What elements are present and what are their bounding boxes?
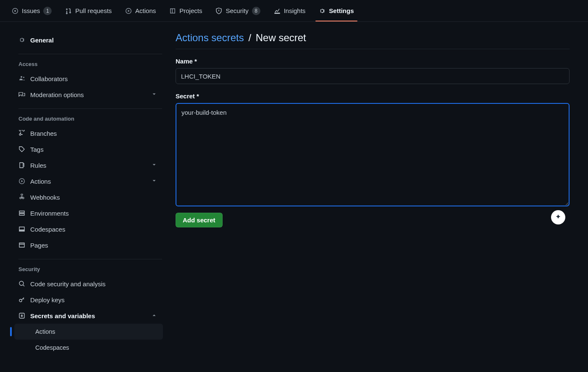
codescan-icon [18, 280, 25, 287]
repo-push-icon [18, 162, 25, 169]
tab-security[interactable]: Security 8 [210, 1, 265, 21]
tag-icon [18, 146, 25, 153]
sidebar-item-branches[interactable]: Branches [10, 125, 164, 141]
sidebar-subitem-actions[interactable]: Actions [14, 324, 163, 340]
tab-label: Settings [329, 7, 354, 14]
sidebar-item-code-security[interactable]: Code security and analysis [10, 276, 164, 292]
page-title: Actions secrets / New secret [176, 32, 570, 49]
sidebar-item-rules[interactable]: Rules [10, 157, 164, 173]
table-icon [169, 8, 176, 14]
tab-label: Security [226, 7, 248, 14]
sidebar-item-moderation[interactable]: Moderation options [10, 87, 164, 103]
sidebar-item-label: Rules [30, 162, 46, 169]
sidebar-item-label: Pages [30, 242, 48, 249]
sidebar-item-deploy-keys[interactable]: Deploy keys [10, 292, 164, 308]
codespaces-icon [18, 226, 25, 232]
tab-issues[interactable]: Issues 1 [7, 1, 57, 21]
tab-label: Projects [179, 7, 202, 14]
sidebar-subitem-codespaces[interactable]: Codespaces [14, 340, 163, 356]
group-title-code: Code and automation [10, 109, 167, 125]
gear-icon [18, 37, 25, 43]
sidebar-item-label: Code security and analysis [30, 280, 105, 288]
sidebar-item-secrets-variables[interactable]: Secrets and variables [10, 308, 164, 324]
sidebar-item-label: Branches [30, 130, 57, 137]
svg-point-0 [14, 10, 16, 12]
group-title-security: Security [10, 259, 167, 276]
tab-pull-requests[interactable]: Pull requests [60, 1, 117, 21]
secret-label: Secret * [176, 92, 570, 100]
sidebar-item-label: Webhooks [30, 194, 60, 201]
tab-insights[interactable]: Insights [269, 1, 311, 21]
git-pull-request-icon [65, 8, 72, 14]
breadcrumb-link[interactable]: Actions secrets [176, 32, 244, 43]
browser-icon [18, 242, 25, 248]
key-asterisk-icon [18, 312, 25, 319]
svg-point-1 [19, 281, 24, 285]
play-icon [18, 178, 25, 185]
breadcrumb-current: New secret [256, 32, 306, 43]
chevron-down-icon [151, 178, 157, 185]
sidebar-item-label: Codespaces [35, 344, 69, 351]
sidebar-item-label: Secrets and variables [30, 312, 95, 319]
copilot-icon[interactable] [551, 210, 565, 224]
sidebar-item-webhooks[interactable]: Webhooks [10, 189, 164, 205]
repo-tabs: Issues 1 Pull requests Actions Projects … [0, 0, 588, 22]
sidebar-item-tags[interactable]: Tags [10, 141, 164, 157]
webhook-icon [18, 194, 25, 201]
secret-name-input[interactable] [176, 68, 570, 84]
sidebar-item-general[interactable]: General [10, 32, 164, 48]
sidebar-item-actions[interactable]: Actions [10, 173, 164, 189]
tab-label: Actions [135, 7, 156, 14]
count-badge: 1 [43, 7, 52, 15]
gear-icon [319, 8, 326, 14]
group-title-access: Access [10, 54, 167, 71]
add-secret-button[interactable]: Add secret [176, 213, 223, 227]
secret-value-textarea[interactable] [176, 103, 570, 206]
graph-icon [274, 8, 281, 14]
chevron-up-icon [151, 312, 157, 319]
key-icon [18, 296, 25, 303]
tab-label: Insights [284, 7, 306, 14]
sidebar-item-label: General [30, 37, 54, 44]
server-icon [18, 210, 25, 216]
sidebar-item-label: Codespaces [30, 226, 65, 233]
chevron-down-icon [151, 162, 157, 169]
tab-label: Pull requests [75, 7, 112, 14]
play-icon [125, 8, 132, 14]
tab-settings[interactable]: Settings [314, 1, 359, 21]
sidebar-item-environments[interactable]: Environments [10, 205, 164, 221]
breadcrumb-separator: / [248, 32, 251, 43]
sidebar-item-pages[interactable]: Pages [10, 237, 164, 253]
issue-opened-icon [12, 8, 18, 14]
chevron-down-icon [151, 91, 157, 98]
count-badge: 8 [252, 7, 260, 15]
sidebar-item-collaborators[interactable]: Collaborators [10, 71, 164, 87]
sidebar-item-codespaces[interactable]: Codespaces [10, 221, 164, 237]
git-branch-icon [18, 130, 25, 137]
main-content: Actions secrets / New secret Name * Secr… [167, 22, 588, 372]
settings-sidebar: General Access Collaborators Moderation … [0, 22, 167, 372]
sidebar-item-label: Collaborators [30, 75, 68, 82]
tab-label: Issues [22, 7, 40, 14]
shield-icon [215, 8, 222, 14]
name-label: Name * [176, 58, 570, 65]
sidebar-item-label: Deploy keys [30, 296, 65, 303]
sidebar-item-label: Actions [30, 178, 51, 185]
sidebar-item-label: Moderation options [30, 91, 84, 98]
people-icon [18, 75, 25, 82]
comment-discussion-icon [18, 91, 25, 98]
svg-point-2 [19, 299, 22, 302]
tab-actions[interactable]: Actions [120, 1, 161, 21]
sidebar-item-label: Tags [30, 146, 44, 153]
active-marker [10, 327, 12, 336]
sidebar-item-label: Environments [30, 210, 69, 217]
sidebar-item-label: Actions [35, 328, 55, 335]
tab-projects[interactable]: Projects [164, 1, 207, 21]
